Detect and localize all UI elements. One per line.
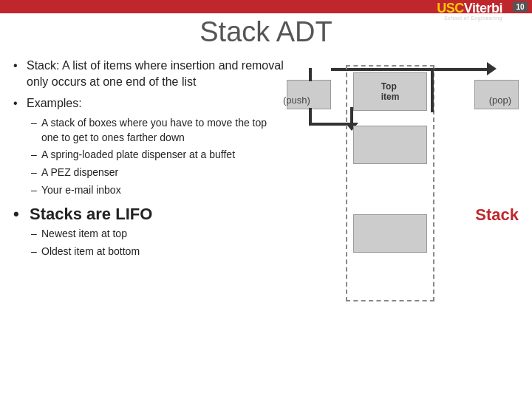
page-title: Stack ADT <box>0 16 532 48</box>
left-column: Stack: A list of items where insertion a… <box>13 58 287 263</box>
stack-mid-item <box>353 126 427 164</box>
bullet-examples: Examples: <box>13 95 287 112</box>
top-arrowhead <box>487 62 497 75</box>
lifo-list: Newest item at top Oldest item at bottom <box>31 227 287 259</box>
pop-label: (pop) <box>489 95 511 106</box>
examples-list: A stack of boxes where you have to move … <box>31 116 287 197</box>
stack-top-item: Topitem <box>353 72 427 111</box>
logo-text: USCViterbi <box>437 1 502 15</box>
lifo-item-2: Oldest item at bottom <box>31 245 287 259</box>
lifo-item-1: Newest item at top <box>31 227 287 242</box>
push-label: (push) <box>283 95 310 106</box>
stack-label: Stack <box>475 205 519 225</box>
example-3: A PEZ dispenser <box>31 166 287 180</box>
push-arrow-v1 <box>309 108 312 124</box>
content-area: Stack: A list of items where insertion a… <box>13 58 519 392</box>
example-2: A spring-loaded plate dispenser at a buf… <box>31 148 287 163</box>
stack-diagram: (push) (pop) Topitem <box>279 58 519 368</box>
logo-usc: USC <box>437 1 464 16</box>
slide-number: 10 <box>513 1 528 12</box>
bullet-stack-def: Stack: A list of items where insertion a… <box>13 58 287 91</box>
logo-viterbi: Viterbi <box>464 1 502 16</box>
bullet-lifo: Stacks are LIFO <box>13 205 287 224</box>
stack-bottom-item <box>353 214 427 253</box>
stack-container: Topitem <box>346 65 434 301</box>
pop-v-line <box>431 68 434 112</box>
examples-label: Examples: <box>27 97 82 109</box>
example-1: A stack of boxes where you have to move … <box>31 116 287 145</box>
top-item-text: Topitem <box>381 81 400 102</box>
example-4: Your e-mail inbox <box>31 183 287 198</box>
push-v-up <box>309 68 312 81</box>
